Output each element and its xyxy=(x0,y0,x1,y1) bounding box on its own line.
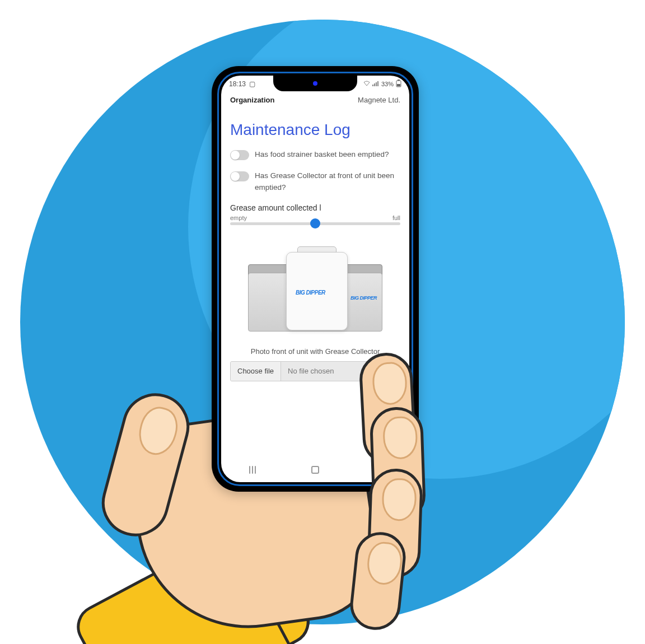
svg-rect-6 xyxy=(397,84,400,86)
toggle-grease-collector-label: Has Grease Collector at front of unit be… xyxy=(255,170,400,193)
toggle-food-strainer[interactable] xyxy=(230,150,249,160)
svg-rect-3 xyxy=(377,81,378,86)
wifi-icon xyxy=(363,81,370,87)
toggle-food-strainer-label: Has food strainer basket been emptied? xyxy=(255,149,389,160)
slider-thumb[interactable] xyxy=(310,218,320,228)
svg-rect-2 xyxy=(376,82,377,86)
slider-max-label: full xyxy=(392,214,400,221)
svg-rect-0 xyxy=(372,85,373,86)
signal-icon xyxy=(372,81,379,87)
battery-icon xyxy=(396,80,401,88)
slider-min-label: empty xyxy=(230,214,247,221)
status-time: 18:13 xyxy=(229,80,246,88)
nav-home-button[interactable] xyxy=(307,466,324,474)
gallery-icon: ▢ xyxy=(249,80,255,88)
svg-rect-5 xyxy=(398,80,400,81)
nav-recent-button[interactable] xyxy=(244,466,261,474)
toggle-grease-collector[interactable] xyxy=(230,171,249,181)
photo-upload-label: Photo front of unit with Grease Collecto… xyxy=(230,347,400,356)
org-header: Organization Magnete Ltd. xyxy=(221,92,409,110)
choose-file-button[interactable]: Choose file xyxy=(231,362,281,381)
phone-notch xyxy=(273,76,357,91)
grease-amount-slider[interactable] xyxy=(230,222,400,225)
product-brand-side: BIG DIPPER xyxy=(350,295,377,301)
product-brand: BIG DIPPER xyxy=(296,290,325,296)
org-label: Organization xyxy=(230,96,274,104)
svg-rect-1 xyxy=(374,83,375,86)
org-name: Magnete Ltd. xyxy=(358,96,400,104)
product-image: BIG DIPPER BIG DIPPER xyxy=(242,242,388,337)
slider-title: Grease amount collected l xyxy=(230,203,400,212)
battery-percent: 33% xyxy=(381,81,394,87)
page-title: Maintenance Log xyxy=(230,121,400,139)
